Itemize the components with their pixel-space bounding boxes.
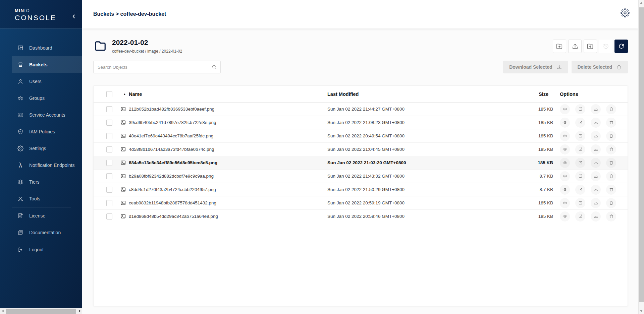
share-icon <box>578 107 583 112</box>
delete-object-button[interactable] <box>606 131 616 141</box>
search-objects-input[interactable] <box>93 61 221 73</box>
image-file-icon <box>120 160 126 166</box>
select-all-checkbox[interactable] <box>106 91 112 97</box>
share-icon <box>578 160 583 165</box>
rewind-button[interactable] <box>599 40 612 53</box>
row-checkbox[interactable] <box>106 146 112 152</box>
refresh-button[interactable] <box>614 40 628 53</box>
share-object-button[interactable] <box>575 185 585 195</box>
sidebar-item-label: Tiers <box>29 179 40 185</box>
row-checkbox[interactable] <box>106 187 112 193</box>
download-object-button[interactable] <box>591 185 601 195</box>
column-header-name[interactable]: ▲Name <box>118 91 316 97</box>
sidebar-item-logout[interactable]: Logout <box>12 241 82 258</box>
table-row[interactable]: b29a08fbf92342d882dcbdf7e9c9c9aa.png Sun… <box>94 170 628 183</box>
share-object-button[interactable] <box>575 131 585 141</box>
settings-gear-button[interactable] <box>620 8 630 19</box>
buckets-icon <box>17 62 23 68</box>
table-header-row: ▲Name Last Modified Size Options <box>94 86 628 103</box>
sidebar-item-tools[interactable]: Tools <box>12 190 82 207</box>
table-row[interactable]: 39cd6b405bc241d7897e782fcb722e8e.png Sun… <box>94 116 628 129</box>
row-checkbox[interactable] <box>106 200 112 206</box>
download-object-button[interactable] <box>591 144 601 154</box>
preview-object-button[interactable] <box>560 131 570 141</box>
sidebar-item-groups[interactable]: Groups <box>12 90 82 107</box>
sidebar-item-notification-endpoints[interactable]: λNotification Endpoints <box>12 157 82 174</box>
new-path-button[interactable] <box>553 40 566 53</box>
upload-folder-button[interactable] <box>584 40 597 53</box>
share-object-button[interactable] <box>575 104 585 114</box>
upload-file-button[interactable] <box>568 40 582 53</box>
table-row[interactable]: ceab9832b11948bfb2887578dd451432.png Sun… <box>94 196 628 210</box>
scroll-down-arrow-icon[interactable] <box>640 310 643 312</box>
horizontal-scrollbar[interactable] <box>0 308 82 314</box>
vertical-scrollbar[interactable] <box>638 0 644 314</box>
share-object-button[interactable] <box>575 211 585 222</box>
sidebar-item-documentation[interactable]: Documentation <box>12 224 82 241</box>
delete-selected-button[interactable]: Delete Selected <box>572 61 628 73</box>
sidebar-item-settings[interactable]: Settings <box>12 140 82 157</box>
delete-object-button[interactable] <box>606 185 616 195</box>
download-object-button[interactable] <box>591 118 601 128</box>
share-object-button[interactable] <box>575 118 585 128</box>
table-row[interactable]: 4d58f8b1b6714a23a73fd47bfae0b74c.png Sun… <box>94 143 628 156</box>
delete-object-button[interactable] <box>606 104 616 114</box>
sidebar-item-tiers[interactable]: Tiers <box>12 174 82 190</box>
download-object-button[interactable] <box>591 171 601 181</box>
sidebar-item-users[interactable]: Users <box>12 73 82 90</box>
table-row[interactable]: 212b052b1bad482fb8369533ebf0aeef.png Sun… <box>94 103 628 116</box>
sidebar-item-buckets[interactable]: Buckets <box>12 56 82 73</box>
table-row[interactable]: d1ed868d48b54dd29ac842ab751a64e8.png Sun… <box>94 210 628 223</box>
download-object-button[interactable] <box>591 158 601 168</box>
delete-object-button[interactable] <box>606 158 616 168</box>
delete-object-button[interactable] <box>606 171 616 181</box>
preview-object-button[interactable] <box>560 118 570 128</box>
share-object-button[interactable] <box>575 158 585 168</box>
column-header-size: Size <box>523 91 554 97</box>
delete-object-button[interactable] <box>606 144 616 154</box>
row-checkbox[interactable] <box>106 133 112 139</box>
breadcrumb: Buckets > coffee-dev-bucket <box>93 11 166 17</box>
share-object-button[interactable] <box>575 144 585 154</box>
object-last-modified: Sun Jan 02 2022 21:50:29 GMT+0800 <box>316 187 523 192</box>
download-object-button[interactable] <box>591 104 601 114</box>
horizontal-scrollbar-thumb[interactable] <box>6 309 76 314</box>
scroll-left-arrow-icon[interactable] <box>2 310 4 312</box>
download-object-button[interactable] <box>591 131 601 141</box>
sidebar-item-iam-policies[interactable]: IAM Policies <box>12 123 82 140</box>
row-checkbox[interactable] <box>106 160 112 166</box>
download-object-button[interactable] <box>591 211 601 222</box>
row-checkbox[interactable] <box>106 120 112 126</box>
sidebar-item-service-accounts[interactable]: Service Accounts <box>12 107 82 123</box>
preview-object-button[interactable] <box>560 185 570 195</box>
share-object-button[interactable] <box>575 171 585 181</box>
vertical-scrollbar-thumb[interactable] <box>639 7 644 302</box>
table-row[interactable]: 48e41ef7e69c443494cc78b7aaf25fdc.png Sun… <box>94 129 628 143</box>
delete-object-button[interactable] <box>606 211 616 222</box>
preview-object-button[interactable] <box>560 198 570 208</box>
download-selected-button[interactable]: Download Selected <box>503 61 568 73</box>
sidebar-collapse-button[interactable] <box>70 13 77 20</box>
image-file-icon <box>120 106 126 112</box>
delete-object-button[interactable] <box>606 118 616 128</box>
sidebar-item-license[interactable]: License <box>12 207 82 224</box>
scroll-right-arrow-icon[interactable] <box>79 310 81 312</box>
preview-object-button[interactable] <box>560 211 570 222</box>
row-checkbox[interactable] <box>106 213 112 219</box>
preview-object-button[interactable] <box>560 144 570 154</box>
sort-ascending-icon: ▲ <box>123 92 126 96</box>
scroll-up-arrow-icon[interactable] <box>640 2 643 4</box>
preview-object-button[interactable] <box>560 171 570 181</box>
download-icon <box>593 120 598 125</box>
row-checkbox[interactable] <box>106 106 112 112</box>
share-object-button[interactable] <box>575 198 585 208</box>
delete-object-button[interactable] <box>606 198 616 208</box>
download-object-button[interactable] <box>591 198 601 208</box>
row-checkbox[interactable] <box>106 173 112 179</box>
preview-object-button[interactable] <box>560 158 570 168</box>
table-row[interactable]: 884a5c13c5e34eff89c56d8c95bee8e5.png Sun… <box>94 156 628 170</box>
preview-object-button[interactable] <box>560 104 570 114</box>
sidebar-item-dashboard[interactable]: Dashboard <box>12 40 82 56</box>
table-row[interactable]: c8dd4c1d270f43a2b4724ccbb2204957.png Sun… <box>94 183 628 196</box>
image-file-icon <box>120 200 126 206</box>
